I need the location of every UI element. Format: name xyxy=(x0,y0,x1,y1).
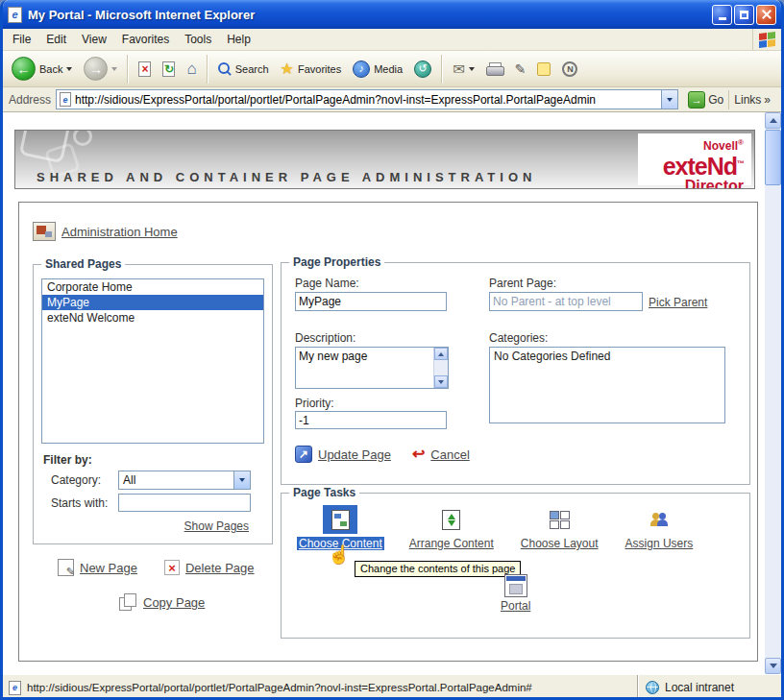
director-product: Director xyxy=(638,178,744,189)
description-label: Description: xyxy=(295,331,355,345)
back-button[interactable]: ← Back xyxy=(7,55,77,83)
close-button[interactable] xyxy=(756,5,776,25)
minimize-button[interactable] xyxy=(712,5,732,25)
arrange-content-icon-wrap xyxy=(434,505,469,534)
administration-home-link[interactable]: Administration Home xyxy=(33,222,178,241)
address-input[interactable]: e http://sidious/ExpressPortal/portal/po… xyxy=(56,89,678,109)
address-dropdown-button[interactable] xyxy=(661,90,677,109)
assign-users-icon-wrap xyxy=(642,505,676,534)
zone-label: Local intranet xyxy=(665,681,734,694)
delete-page-label: Delete Page xyxy=(185,561,255,575)
new-page-link[interactable]: ✎ New Page xyxy=(58,559,137,576)
cancel-icon: ↩ xyxy=(412,447,425,462)
media-button[interactable]: ♪ Media xyxy=(348,59,407,80)
go-button[interactable]: → Go xyxy=(683,91,728,109)
description-value: My new page xyxy=(299,350,367,363)
windows-logo-icon xyxy=(759,32,775,48)
cancel-link[interactable]: ↩ Cancel xyxy=(412,447,470,462)
history-button[interactable]: ↺ xyxy=(409,59,436,80)
favorites-label: Favorites xyxy=(298,63,341,75)
page-name-input[interactable] xyxy=(295,292,447,311)
assign-users-label: Assign Users xyxy=(624,537,696,550)
scrollbar-thumb[interactable] xyxy=(765,130,781,185)
page-properties-group: Page Properties Page Name: Parent Page: … xyxy=(281,262,750,485)
assign-users-icon xyxy=(650,513,668,526)
arrange-content-label: Arrange Content xyxy=(407,537,496,550)
mail-button[interactable]: ✉ xyxy=(448,60,479,78)
shared-pages-listbox[interactable]: Corporate Home MyPage exteNd Welcome xyxy=(41,278,264,444)
toolbar-separator xyxy=(127,55,129,84)
list-item[interactable]: exteNd Welcome xyxy=(42,310,263,326)
favorites-button[interactable]: ★ Favorites xyxy=(276,60,347,79)
chevron-down-icon xyxy=(239,478,245,482)
update-page-link[interactable]: ↗ Update Page xyxy=(295,446,391,463)
status-zone-panel: Local intranet xyxy=(637,675,781,700)
delete-page-link[interactable]: × Delete Page xyxy=(164,560,255,575)
menu-tools[interactable]: Tools xyxy=(177,30,219,49)
menu-edit[interactable]: Edit xyxy=(38,30,74,49)
scroll-down-icon[interactable] xyxy=(434,375,448,388)
portal-link[interactable]: Portal xyxy=(501,574,530,613)
filter-by-label: Filter by: xyxy=(43,453,264,467)
maximize-button[interactable] xyxy=(734,5,754,25)
ie-e-glyph: e xyxy=(12,9,17,20)
choose-content-task[interactable]: Choose Content xyxy=(297,505,384,550)
forward-icon: → xyxy=(84,57,108,81)
description-scrollbar[interactable] xyxy=(433,348,448,388)
links-button[interactable]: Links » xyxy=(728,90,775,109)
copy-page-link[interactable]: Copy Page xyxy=(119,593,205,612)
starts-with-label: Starts with: xyxy=(51,496,118,510)
list-item-selected[interactable]: MyPage xyxy=(42,295,263,310)
categories-listbox[interactable]: No Categories Defined xyxy=(489,347,725,423)
toolbar-separator xyxy=(207,55,208,84)
search-icon xyxy=(218,62,232,76)
scroll-down-button[interactable] xyxy=(765,658,781,674)
search-label: Search xyxy=(235,63,269,75)
menu-file[interactable]: File xyxy=(5,30,38,49)
choose-layout-task[interactable]: Choose Layout xyxy=(519,505,600,550)
favorites-star-icon: ★ xyxy=(281,61,294,77)
edit-button[interactable]: ✎ xyxy=(510,60,531,78)
list-item[interactable]: Corporate Home xyxy=(42,279,263,295)
show-pages-link[interactable]: Show Pages xyxy=(41,519,249,533)
stop-button[interactable]: × xyxy=(134,60,156,79)
status-bar: e http://sidious/ExpressPortal/portal/po… xyxy=(3,674,781,700)
parent-page-input[interactable] xyxy=(489,292,643,311)
new-page-label: New Page xyxy=(80,561,137,575)
messenger-button[interactable]: N xyxy=(557,60,582,79)
assign-users-task[interactable]: Assign Users xyxy=(624,505,696,550)
home-button[interactable]: ⌂ xyxy=(182,59,201,79)
arrange-content-task[interactable]: Arrange Content xyxy=(407,505,496,550)
menu-help[interactable]: Help xyxy=(219,30,258,49)
categories-label: Categories: xyxy=(489,331,548,345)
scroll-up-button[interactable] xyxy=(765,112,781,129)
novell-extend-logo: Novell® exteNd™ Director xyxy=(638,133,751,185)
priority-input[interactable] xyxy=(295,411,447,429)
scroll-up-icon[interactable] xyxy=(434,348,448,360)
forward-button[interactable]: → xyxy=(79,55,122,83)
category-select[interactable]: All xyxy=(118,471,251,490)
tooltip: Change the contents of this page xyxy=(355,561,521,577)
print-button[interactable] xyxy=(481,60,508,78)
media-label: Media xyxy=(374,63,403,75)
refresh-icon: ↻ xyxy=(162,61,175,77)
menu-favorites[interactable]: Favorites xyxy=(114,30,177,49)
description-textarea[interactable]: My new page xyxy=(295,347,449,389)
starts-with-input[interactable] xyxy=(118,494,251,512)
arrange-content-icon xyxy=(442,510,460,530)
banner-title: SHARED AND CONTAINER PAGE ADMINISTRATION xyxy=(37,170,536,184)
discuss-button[interactable] xyxy=(532,60,555,78)
puzzle-graphic-icon xyxy=(73,130,92,146)
pick-parent-link[interactable]: Pick Parent xyxy=(649,296,707,309)
vertical-scrollbar[interactable] xyxy=(765,112,781,674)
category-dropdown-button[interactable] xyxy=(233,471,250,489)
search-button[interactable]: Search xyxy=(213,60,274,78)
edit-icon: ✎ xyxy=(515,62,527,76)
refresh-button[interactable]: ↻ xyxy=(158,60,180,79)
messenger-icon: N xyxy=(562,61,577,77)
menu-view[interactable]: View xyxy=(74,30,114,49)
page-tasks-group: Page Tasks Choose Content Arrange Conten… xyxy=(281,493,750,639)
page-action-row: ✎ New Page × Delete Page xyxy=(58,559,255,576)
links-label: Links xyxy=(734,93,761,107)
back-icon: ← xyxy=(12,57,36,81)
